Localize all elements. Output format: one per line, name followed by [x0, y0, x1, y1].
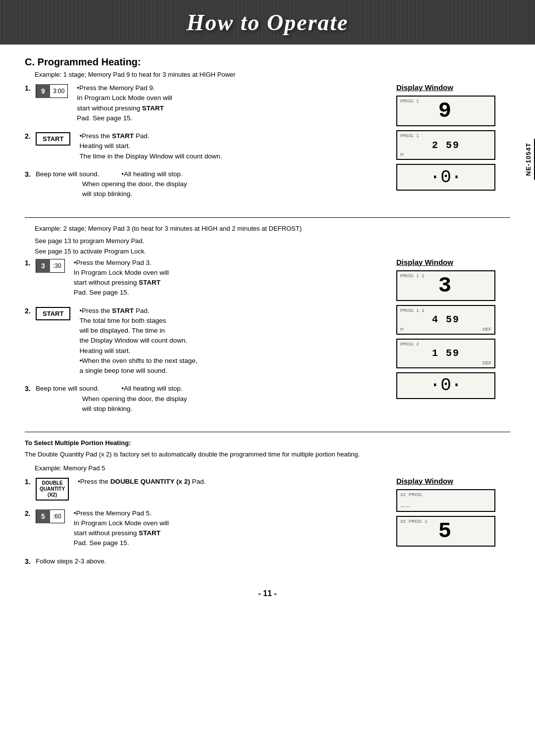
example1-block: 1. 9 3:00 •Press the Memory Pad 9. In Pr…	[25, 83, 510, 207]
step-text: Beep tone will sound. •All heating will …	[36, 384, 386, 414]
lcd-bottom-ind: H	[400, 327, 404, 332]
step-row: 2. 5 :60 •Press the Memory Pad 5. In Pro…	[25, 508, 386, 549]
step-text: •Press the START Pad. The total time for…	[79, 306, 386, 376]
lcd-indicators: PROG 1 2	[400, 308, 425, 313]
step-number: 3.	[25, 385, 36, 393]
mem-pad-time: :60	[50, 513, 64, 520]
lcd-value: ·0·	[430, 375, 462, 396]
multiple-portion-block: 1. DOUBLEQUANTITY(X2) •Press the DOUBLE …	[25, 477, 510, 574]
section-divider	[25, 217, 510, 218]
lcd-display-3: ·0·	[396, 164, 495, 191]
step-text: •Press the DOUBLE QUANTITY (x 2) Pad.	[78, 477, 386, 487]
double-quantity-icon: DOUBLEQUANTITY(X2)	[36, 478, 69, 501]
memory-pad-icon: 3 :30	[36, 259, 65, 273]
step-row: 3. Follow steps 2-3 above.	[25, 556, 386, 566]
page-title: How to Operate	[187, 9, 349, 36]
lcd-value: 4 59	[432, 314, 460, 325]
step-row: 1. DOUBLEQUANTITY(X2) •Press the DOUBLE …	[25, 477, 386, 501]
step-row: 3. Beep tone will sound. •All heating wi…	[25, 169, 386, 200]
memory-pad-icon: 5 :60	[36, 509, 65, 523]
step-number: 1.	[25, 478, 36, 486]
main-content: C. Programmed Heating: Example: 1 stage;…	[0, 45, 535, 628]
mem-pad-num: 9	[36, 84, 50, 98]
start-button-icon: START	[36, 132, 70, 146]
lcd-value: 2 59	[432, 140, 460, 151]
step-number: 1.	[25, 84, 36, 92]
lcd-indicators: PROG 1	[400, 99, 419, 103]
lcd-value: 3	[438, 273, 453, 298]
example2-block: 1. 3 :30 •Press the Memory Pad 3. In Pro…	[25, 258, 510, 422]
mem-pad-num: 5	[36, 509, 50, 523]
example1-steps: 1. 9 3:00 •Press the Memory Pad 9. In Pr…	[25, 83, 396, 207]
step-number: 2.	[25, 307, 36, 315]
step-text: Beep tone will sound. •All heating will …	[36, 169, 386, 200]
lcd-display-7: ·0·	[396, 372, 495, 399]
step-text: •Press the Memory Pad 9. In Program Lock…	[77, 83, 386, 123]
step-text: Follow steps 2-3 above.	[36, 556, 386, 566]
lcd-bottom-ind: H	[400, 152, 404, 157]
step-text: •Press the START Pad. Heating will start…	[79, 131, 386, 161]
header-banner: How to Operate	[0, 0, 535, 45]
lcd-display-2: PROG 1 2 59 H	[396, 130, 495, 160]
display-window-label: Display Window	[396, 477, 453, 485]
lcd-value: 9	[438, 99, 453, 123]
page-number: - 11 -	[25, 589, 510, 598]
start-button-icon: START	[36, 307, 70, 320]
note1-text: See page 13 to program Memory Pad.	[35, 237, 510, 245]
lcd-value: 5	[438, 519, 453, 544]
example2-steps: 1. 3 :30 •Press the Memory Pad 3. In Pro…	[25, 258, 396, 422]
lcd-display-6: PROG 2 1 59 DEF	[396, 339, 495, 368]
step-icon: 3 :30	[36, 259, 69, 273]
step-number: 3.	[25, 557, 36, 565]
lcd-display-9: X2 PROG 1 5	[396, 516, 495, 547]
display-col-3: Display Window X2 PROG — — X2 PROG 1 5	[396, 477, 510, 574]
example-memory5-text: Example: Memory Pad 5	[35, 464, 510, 472]
lcd-indicators: PROG 1	[400, 133, 419, 138]
step-icon: DOUBLEQUANTITY(X2)	[36, 478, 73, 501]
section-c-heading: C. Programmed Heating:	[25, 56, 510, 68]
display-window-label: Display Window	[396, 258, 453, 266]
step-icon: 9 3:00	[36, 84, 72, 98]
step-icon: 5 :60	[36, 509, 69, 523]
step-icon: START	[36, 307, 74, 320]
multiple-steps: 1. DOUBLEQUANTITY(X2) •Press the DOUBLE …	[25, 477, 396, 574]
lcd-display-8: X2 PROG — —	[396, 489, 495, 512]
lcd-bottom-right: DEF	[482, 360, 491, 365]
step-row: 3. Beep tone will sound. •All heating wi…	[25, 384, 386, 414]
lcd-display-4: PROG 1 2 3	[396, 270, 495, 301]
mem-pad-time: 3:00	[50, 88, 67, 95]
example2-text: Example: 2 stage; Memory Pad 3 (to heat …	[35, 225, 510, 232]
lcd-value: 1 59	[432, 348, 460, 359]
section-divider	[25, 432, 510, 432]
lcd-value: ·0·	[430, 167, 462, 188]
lcd-indicators: PROG 1 2	[400, 273, 425, 278]
step-row: 1. 3 :30 •Press the Memory Pad 3. In Pro…	[25, 258, 386, 298]
multiple-portion-heading: To Select Multiple Portion Heating:	[25, 439, 510, 447]
step-number: 2.	[25, 509, 36, 517]
display-window-label: Display Window	[396, 83, 453, 92]
multiple-portion-para: The Double Quantity Pad (x 2) is factory…	[25, 450, 510, 459]
lcd-indicators: X2 PROG	[400, 492, 422, 497]
lcd-bottom-ind: — —	[400, 504, 411, 509]
step-icon: START	[36, 132, 74, 146]
step-row: 2. START •Press the START Pad. The total…	[25, 306, 386, 376]
step-row: 1. 9 3:00 •Press the Memory Pad 9. In Pr…	[25, 83, 386, 123]
step-text: •Press the Memory Pad 5. In Program Lock…	[74, 508, 386, 549]
step-number: 3.	[25, 170, 36, 178]
memory-pad-icon: 9 3:00	[36, 84, 68, 98]
lcd-display-1: PROG 1 9	[396, 96, 495, 126]
lcd-bottom-right: DEF	[482, 327, 491, 332]
lcd-display-5: PROG 1 2 4 59 H DEF	[396, 305, 495, 335]
step-number: 2.	[25, 132, 36, 140]
mem-pad-num: 3	[36, 259, 50, 273]
mem-pad-time: :30	[50, 262, 64, 269]
note2-text: See page 15 to activate Program Lock.	[35, 248, 510, 255]
example1-text: Example: 1 stage; Memory Pad 9 to heat f…	[35, 71, 510, 78]
lcd-indicators: X2 PROG 1	[400, 519, 428, 524]
step-row: 2. START •Press the START Pad. Heating w…	[25, 131, 386, 161]
display-col-1: Display Window PROG 1 9 PROG 1 2 59 H	[396, 83, 510, 207]
step-text: •Press the Memory Pad 3. In Program Lock…	[74, 258, 386, 298]
display-col-2: Display Window PROG 1 2 3 PROG 1 2 4 59	[396, 258, 510, 422]
step-number: 1.	[25, 259, 36, 267]
lcd-indicators: PROG 2	[400, 342, 419, 347]
